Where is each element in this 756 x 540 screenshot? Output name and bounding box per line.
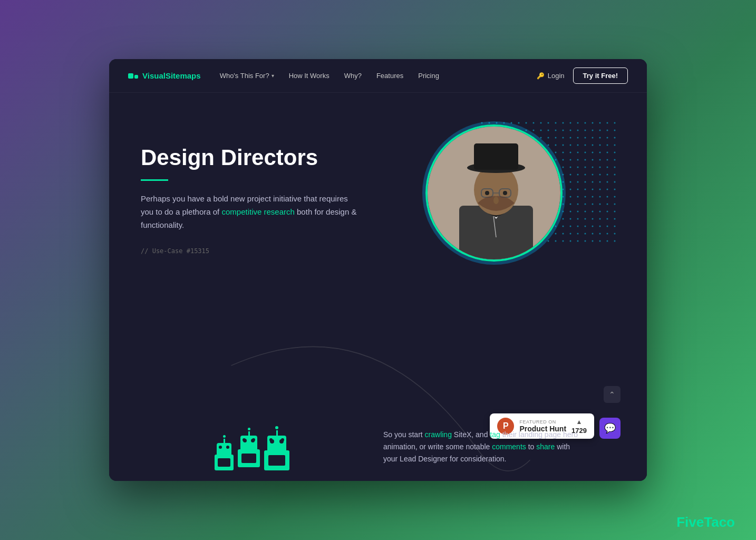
bottom-text-part4: to bbox=[526, 442, 536, 451]
try-free-button[interactable]: Try it Free! bbox=[573, 68, 628, 84]
hero-title: Design Directors bbox=[141, 146, 362, 170]
portrait-container bbox=[425, 124, 563, 262]
navbar: VisualSitemaps Who's This For? How It Wo… bbox=[109, 59, 647, 93]
chat-icon: 💬 bbox=[604, 422, 616, 434]
competitive-research-link[interactable]: competitive research bbox=[221, 207, 294, 216]
robot-3 bbox=[264, 426, 289, 470]
robot-2 bbox=[238, 428, 260, 467]
logo-square-1 bbox=[128, 73, 133, 79]
robot-head-3 bbox=[267, 436, 286, 450]
nav-link-how-it-works[interactable]: How It Works bbox=[289, 72, 329, 80]
portrait-person bbox=[428, 127, 560, 259]
nav-link-why[interactable]: Why? bbox=[344, 72, 362, 80]
chat-bubble-button[interactable]: 💬 bbox=[599, 418, 621, 439]
share-link[interactable]: share bbox=[536, 442, 555, 451]
robot-body-1 bbox=[215, 455, 234, 470]
nav-link-whos-this-for[interactable]: Who's This For? bbox=[220, 72, 274, 80]
nav-links: Who's This For? How It Works Why? Featur… bbox=[220, 72, 537, 80]
main-content: // dots Design Directors Perhaps you bbox=[109, 93, 647, 481]
ph-arrow-icon: ▲ bbox=[576, 418, 583, 426]
robot-antenna-1 bbox=[224, 439, 225, 443]
robots-area bbox=[215, 426, 289, 470]
robot-body-3 bbox=[264, 450, 289, 470]
robot-antenna-2 bbox=[248, 431, 250, 436]
fivetaco-watermark: FiveTaco bbox=[676, 514, 735, 531]
logo-square-2 bbox=[134, 75, 138, 79]
robot-head-2 bbox=[240, 436, 257, 449]
nav-link-features[interactable]: Features bbox=[376, 72, 403, 80]
robot-eye-right-3 bbox=[279, 439, 284, 443]
nav-link-pricing[interactable]: Pricing bbox=[418, 72, 439, 80]
hero-body: Perhaps you have a bold new project init… bbox=[141, 192, 362, 232]
svg-rect-9 bbox=[474, 143, 518, 170]
robot-antenna-tip-3 bbox=[275, 426, 278, 429]
hero-underline bbox=[141, 179, 168, 181]
portrait-circle bbox=[425, 124, 563, 262]
robot-body-2 bbox=[238, 449, 260, 467]
crawling-link[interactable]: crawling bbox=[425, 430, 452, 439]
comments-link[interactable]: comments bbox=[492, 442, 526, 451]
logo-icon bbox=[128, 73, 138, 79]
robot-screen-1 bbox=[218, 458, 230, 467]
use-case-label: // Use-Case #15315 bbox=[141, 247, 362, 255]
svg-point-13 bbox=[485, 191, 489, 195]
robot-1 bbox=[215, 435, 234, 470]
bottom-text: So you start crawling SiteX, and tag the… bbox=[383, 429, 584, 465]
nav-right: 🔑 Login Try it Free! bbox=[537, 68, 628, 84]
scroll-up-button[interactable]: ⌃ bbox=[604, 386, 621, 403]
robot-eye-left-2 bbox=[243, 439, 247, 442]
tag-link[interactable]: tag bbox=[490, 430, 500, 439]
svg-point-15 bbox=[493, 197, 499, 204]
logo-area[interactable]: VisualSitemaps bbox=[128, 71, 201, 80]
svg-point-14 bbox=[503, 191, 507, 195]
hero-left: Design Directors Perhaps you have a bold… bbox=[141, 146, 362, 255]
robot-head-1 bbox=[217, 443, 231, 455]
robot-antenna-tip-1 bbox=[223, 435, 226, 438]
bottom-text-part2: SiteX, and bbox=[452, 430, 490, 439]
ph-featured-label: FEATURED ON bbox=[519, 419, 566, 425]
login-label: Login bbox=[548, 72, 565, 80]
chevron-up-icon: ⌃ bbox=[609, 390, 615, 399]
robot-antenna-3 bbox=[276, 430, 278, 436]
robot-eye-left-3 bbox=[270, 439, 274, 443]
bottom-text-area: So you start crawling SiteX, and tag the… bbox=[383, 429, 584, 465]
login-icon: 🔑 bbox=[537, 72, 545, 80]
browser-window: VisualSitemaps Who's This For? How It Wo… bbox=[109, 59, 647, 481]
robot-screen-3 bbox=[268, 455, 285, 466]
robot-screen-2 bbox=[241, 454, 256, 463]
robot-eye-right-2 bbox=[251, 439, 255, 442]
robot-antenna-tip-2 bbox=[248, 428, 250, 430]
logo-text[interactable]: VisualSitemaps bbox=[142, 71, 201, 80]
login-link[interactable]: 🔑 Login bbox=[537, 72, 565, 80]
bottom-text-part1: So you start bbox=[383, 430, 425, 439]
person-svg bbox=[428, 127, 560, 259]
